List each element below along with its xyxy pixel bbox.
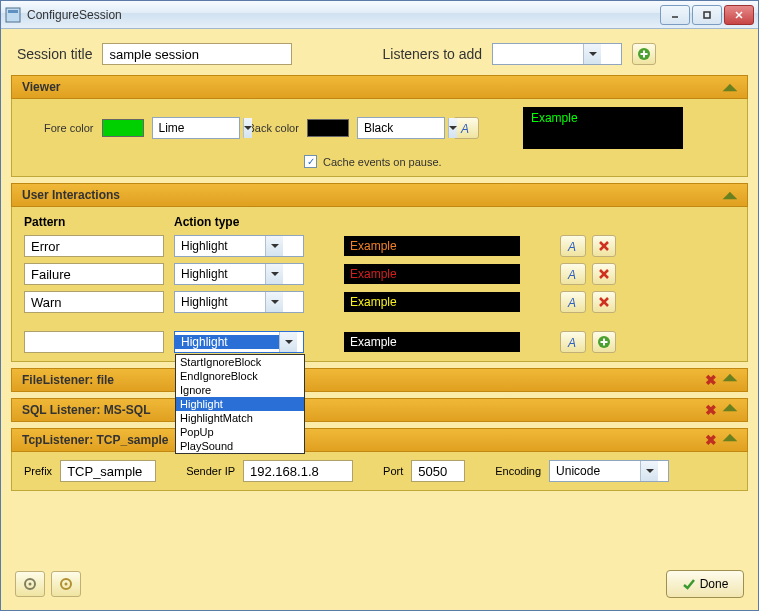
- font-button[interactable]: A: [560, 263, 586, 285]
- sender-ip-label: Sender IP: [186, 465, 235, 477]
- pattern-input[interactable]: [24, 235, 164, 257]
- file-listener-header: FileListener: file ✖ ◢◣: [11, 368, 748, 392]
- svg-rect-1: [8, 10, 18, 13]
- plus-circle-icon: [637, 47, 651, 61]
- expand-icon[interactable]: ◢◣: [723, 372, 737, 388]
- font-a-icon: A: [565, 266, 581, 282]
- session-title-input[interactable]: [102, 43, 292, 65]
- viewer-example-text: Example: [531, 111, 578, 125]
- delete-listener-button[interactable]: ✖: [705, 432, 717, 448]
- viewer-header-title: Viewer: [22, 80, 60, 94]
- dropdown-option[interactable]: PlaySound: [176, 439, 304, 453]
- delete-row-button[interactable]: [592, 235, 616, 257]
- pattern-input[interactable]: [24, 331, 164, 353]
- app-icon: [5, 7, 21, 23]
- sql-listener-title: SQL Listener: MS-SQL: [22, 403, 150, 417]
- collapse-icon[interactable]: ◢◣: [723, 82, 737, 92]
- pattern-input[interactable]: [24, 291, 164, 313]
- action-value: Highlight: [175, 267, 265, 281]
- svg-rect-3: [704, 12, 710, 18]
- dropdown-option[interactable]: Ignore: [176, 383, 304, 397]
- chevron-down-icon: [583, 44, 601, 64]
- interactions-panel: User Interactions ◢◣ Pattern Action type…: [11, 183, 748, 362]
- done-button[interactable]: Done: [666, 570, 744, 598]
- table-row: Highlight Example A: [24, 291, 735, 313]
- delete-x-icon: [597, 295, 611, 309]
- tcp-listener-title: TcpListener: TCP_sample: [22, 433, 168, 447]
- font-button[interactable]: A: [560, 235, 586, 257]
- action-value: Highlight: [175, 295, 265, 309]
- sql-listener-header: SQL Listener: MS-SQL ✖ ◢◣: [11, 398, 748, 422]
- dropdown-option[interactable]: StartIgnoreBlock: [176, 355, 304, 369]
- collapse-icon[interactable]: ◢◣: [723, 190, 737, 200]
- add-row-button[interactable]: [592, 331, 616, 353]
- settings-button-2[interactable]: [51, 571, 81, 597]
- action-value: Highlight: [175, 335, 279, 349]
- chevron-down-icon: [243, 118, 252, 138]
- interactions-header: User Interactions ◢◣: [11, 183, 748, 207]
- listeners-label: Listeners to add: [382, 46, 482, 62]
- close-button[interactable]: [724, 5, 754, 25]
- font-button[interactable]: A: [560, 331, 586, 353]
- viewer-panel: Viewer ◢◣ Fore color Lime Back color Bla…: [11, 75, 748, 177]
- chevron-down-icon: [265, 236, 283, 256]
- font-a-icon: A: [565, 334, 581, 350]
- new-row: Highlight StartIgnoreBlock EndIgnoreBloc…: [24, 331, 735, 353]
- dropdown-option[interactable]: HighlightMatch: [176, 411, 304, 425]
- tcp-row: Prefix Sender IP Port Encoding Unicode: [24, 460, 735, 482]
- example-strip: Example: [344, 332, 520, 352]
- action-value: Highlight: [175, 239, 265, 253]
- dropdown-option[interactable]: Highlight: [176, 397, 304, 411]
- minimize-button[interactable]: [660, 5, 690, 25]
- session-title-label: Session title: [17, 46, 92, 62]
- delete-listener-button[interactable]: ✖: [705, 402, 717, 418]
- back-color-combo[interactable]: Black: [357, 117, 445, 139]
- font-button[interactable]: A: [560, 291, 586, 313]
- prefix-input[interactable]: [60, 460, 156, 482]
- window: ConfigureSession Session title Listeners…: [0, 0, 759, 611]
- dropdown-option[interactable]: PopUp: [176, 425, 304, 439]
- action-combo[interactable]: Highlight: [174, 235, 304, 257]
- settings-button-1[interactable]: [15, 571, 45, 597]
- interactions-header-title: User Interactions: [22, 188, 120, 202]
- collapse-icon[interactable]: ◢◣: [723, 432, 737, 448]
- action-combo[interactable]: Highlight: [174, 291, 304, 313]
- delete-row-button[interactable]: [592, 263, 616, 285]
- maximize-button[interactable]: [692, 5, 722, 25]
- gear-icon: [22, 576, 38, 592]
- chevron-down-icon: [640, 461, 658, 481]
- sender-ip-input[interactable]: [243, 460, 353, 482]
- window-title: ConfigureSession: [27, 8, 660, 22]
- svg-text:A: A: [567, 336, 576, 350]
- cache-checkbox[interactable]: [304, 155, 317, 168]
- pattern-input[interactable]: [24, 263, 164, 285]
- encoding-combo[interactable]: Unicode: [549, 460, 669, 482]
- example-strip: Example: [344, 264, 520, 284]
- font-a-icon: A: [565, 238, 581, 254]
- add-listener-button[interactable]: [632, 43, 656, 65]
- example-strip: Example: [344, 236, 520, 256]
- interactions-table: Pattern Action type Highlight Example: [24, 215, 735, 353]
- tcp-listener-header: TcpListener: TCP_sample ✖ ◢◣: [11, 428, 748, 452]
- done-label: Done: [700, 577, 729, 591]
- dropdown-option[interactable]: EndIgnoreBlock: [176, 369, 304, 383]
- port-input[interactable]: [411, 460, 465, 482]
- action-combo[interactable]: Highlight: [174, 263, 304, 285]
- listeners-combo[interactable]: [492, 43, 622, 65]
- delete-listener-button[interactable]: ✖: [705, 372, 717, 388]
- interactions-body: Pattern Action type Highlight Example: [11, 207, 748, 362]
- back-color-value: Black: [358, 121, 448, 135]
- chevron-down-icon: [265, 292, 283, 312]
- delete-row-button[interactable]: [592, 291, 616, 313]
- table-row: Highlight Example A: [24, 235, 735, 257]
- fore-color-combo[interactable]: Lime: [152, 117, 240, 139]
- svg-text:A: A: [567, 240, 576, 254]
- viewer-body: Fore color Lime Back color Black A: [11, 99, 748, 177]
- port-label: Port: [383, 465, 403, 477]
- cache-row: Cache events on pause.: [24, 155, 735, 168]
- action-combo-open[interactable]: Highlight StartIgnoreBlock EndIgnoreBloc…: [174, 331, 304, 353]
- viewer-color-row: Fore color Lime Back color Black A: [24, 107, 735, 149]
- table-header: Pattern Action type: [24, 215, 735, 229]
- expand-icon[interactable]: ◢◣: [723, 402, 737, 418]
- back-color-label: Back color: [248, 122, 299, 134]
